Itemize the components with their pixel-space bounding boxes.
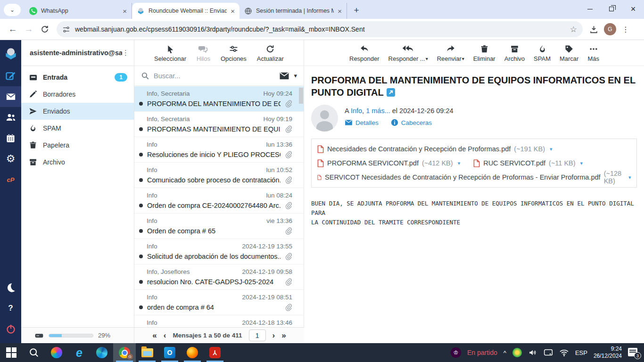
message-row[interactable]: Info, Secretaria Hoy 09:19 PROFORMAS MAN… bbox=[134, 112, 304, 137]
acrobat-icon[interactable]: ⅄ bbox=[204, 343, 226, 362]
message-row[interactable]: Info, Secretaria Hoy 09:24 PROFORMA DEL … bbox=[134, 86, 304, 112]
page-number-input[interactable] bbox=[249, 329, 266, 341]
attachment-name[interactable]: SERVICOT Necesidades de Contratación y R… bbox=[325, 173, 601, 181]
next-page-icon[interactable]: › bbox=[272, 331, 275, 340]
roundcube-logo-icon[interactable] bbox=[0, 42, 21, 66]
outlook-icon[interactable] bbox=[158, 343, 181, 362]
options-button[interactable]: Opciones bbox=[221, 44, 247, 62]
tray-status-text[interactable]: En partido bbox=[467, 349, 497, 356]
attachment-name[interactable]: Necesidades de Contratación y Recepción … bbox=[327, 145, 511, 153]
tray-chevron-up-icon[interactable]: ^ bbox=[504, 349, 506, 356]
attachment-name[interactable]: RUC SERVICOT.pdf bbox=[483, 159, 545, 167]
attachment-menu-icon[interactable]: ▾ bbox=[628, 174, 631, 181]
browser-tab[interactable]: Roundcube Webmail :: Enviados × bbox=[132, 3, 239, 19]
contacts-icon[interactable] bbox=[0, 107, 21, 128]
browser-tab[interactable]: WhatsApp × bbox=[25, 3, 132, 19]
message-row[interactable]: Info lun 08:24 Orden de compra CE-202400… bbox=[134, 188, 304, 214]
copilot-icon[interactable] bbox=[45, 343, 68, 362]
prev-page-icon[interactable]: ‹ bbox=[164, 331, 166, 340]
external-link-icon[interactable] bbox=[387, 88, 395, 97]
compose-icon[interactable] bbox=[0, 66, 21, 86]
account-header[interactable]: asistente-administrativo@sa... ⋮ bbox=[21, 40, 134, 66]
attachment-item[interactable]: RUC SERVICOT.pdf (~11 KB) ▾ bbox=[473, 156, 583, 170]
tab-close-icon[interactable]: × bbox=[231, 8, 235, 15]
reply-all-button[interactable]: Responder ...▾ bbox=[388, 44, 428, 62]
url-text[interactable]: webmail.sanjuan.gob.ec/cpsess6119030916/… bbox=[75, 25, 565, 33]
list-scrollbar[interactable] bbox=[299, 88, 303, 104]
mail-icon[interactable] bbox=[0, 86, 21, 107]
tab-search-button[interactable]: ⌄ bbox=[4, 4, 21, 16]
attachment-item[interactable]: Necesidades de Contratación y Recepción … bbox=[317, 142, 553, 156]
forward-caret-icon[interactable]: ▾ bbox=[462, 56, 464, 61]
new-tab-button[interactable]: + bbox=[350, 4, 363, 17]
dark-mode-moon-icon[interactable] bbox=[0, 277, 21, 298]
clock[interactable]: 9:24 26/12/2024 bbox=[594, 346, 622, 360]
message-row[interactable]: Info 2024-12-19 13:55 Solicitud de aprob… bbox=[134, 239, 304, 264]
help-icon[interactable]: ? bbox=[0, 298, 21, 319]
account-menu-icon[interactable]: ⋮ bbox=[122, 49, 129, 57]
browser-tab[interactable]: Sesión terminada | Informes Me × bbox=[239, 3, 347, 19]
edge-icon[interactable] bbox=[91, 343, 113, 362]
folder-item[interactable]: SPAM bbox=[21, 120, 134, 137]
file-explorer-icon[interactable] bbox=[136, 343, 158, 362]
message-row[interactable]: Info 2024-12-18 13:46 bbox=[134, 315, 304, 327]
select-button[interactable]: Seleccionar bbox=[154, 44, 186, 62]
cast-icon[interactable] bbox=[544, 349, 553, 357]
folder-item[interactable]: Borradores bbox=[21, 86, 134, 103]
cpanel-icon[interactable]: cP bbox=[0, 169, 21, 190]
download-icon[interactable] bbox=[589, 25, 598, 34]
profile-avatar[interactable]: G bbox=[604, 23, 616, 35]
recipient-more-link[interactable]: 1 más... bbox=[366, 107, 390, 115]
wifi-icon[interactable] bbox=[559, 349, 569, 357]
archive-button[interactable]: Archivo bbox=[504, 44, 525, 62]
message-row[interactable]: Info 2024-12-19 08:51 orden de compra # … bbox=[134, 290, 304, 315]
folder-item[interactable]: Entrada 1 bbox=[21, 69, 134, 86]
firefox-icon[interactable] bbox=[181, 343, 204, 362]
attachment-item[interactable]: SERVICOT Necesidades de Contratación y R… bbox=[317, 171, 631, 184]
notification-center-icon[interactable]: 3 bbox=[628, 348, 639, 357]
delete-button[interactable]: Eliminar bbox=[473, 44, 495, 62]
reply-all-caret-icon[interactable]: ▾ bbox=[426, 56, 428, 61]
chrome-icon[interactable]: G bbox=[113, 343, 136, 362]
back-icon[interactable]: ← bbox=[5, 21, 21, 37]
language-indicator[interactable]: ESP bbox=[575, 349, 587, 356]
search-scope-mail-icon[interactable] bbox=[279, 72, 289, 80]
attachment-menu-icon[interactable]: ▾ bbox=[550, 146, 553, 152]
attachment-name[interactable]: PROFORMA SERVICONT.pdf bbox=[327, 159, 419, 167]
last-page-icon[interactable]: » bbox=[281, 331, 286, 340]
forward-button[interactable]: Reenviar▾ bbox=[437, 44, 464, 62]
restore-button[interactable] bbox=[601, 0, 622, 18]
folder-item[interactable]: Archivo bbox=[21, 154, 134, 171]
recipient-info-link[interactable]: Info bbox=[351, 107, 362, 115]
volume-icon[interactable] bbox=[528, 348, 537, 357]
start-button[interactable] bbox=[0, 343, 23, 362]
tab-close-icon[interactable]: × bbox=[338, 8, 342, 15]
details-toggle[interactable]: Detalles bbox=[345, 119, 379, 126]
threads-button[interactable]: Hilos bbox=[197, 44, 210, 62]
antivirus-icon[interactable] bbox=[512, 348, 522, 357]
reload-icon[interactable] bbox=[37, 21, 53, 37]
folder-item[interactable]: Enviados bbox=[21, 103, 134, 120]
internet-explorer-icon[interactable]: e bbox=[68, 343, 91, 362]
mark-button[interactable]: Marcar bbox=[560, 44, 578, 62]
message-row[interactable]: Info lun 10:52 Comunicado sobre proceso … bbox=[134, 163, 304, 188]
search-options-chevron-icon[interactable]: ▾ bbox=[294, 72, 297, 79]
browser-menu-icon[interactable]: ⋮ bbox=[622, 25, 629, 34]
attachment-menu-icon[interactable]: ▾ bbox=[458, 160, 461, 166]
bookmark-star-icon[interactable]: ☆ bbox=[570, 25, 577, 34]
refresh-button[interactable]: Actualizar bbox=[257, 44, 284, 62]
message-row[interactable]: Info lun 13:36 Resoluciones de inicio Y … bbox=[134, 137, 304, 163]
logout-power-icon[interactable] bbox=[0, 319, 21, 339]
first-page-icon[interactable]: « bbox=[152, 331, 157, 340]
reply-button[interactable]: Responder bbox=[349, 44, 380, 62]
site-settings-icon[interactable] bbox=[62, 25, 70, 33]
minimize-button[interactable] bbox=[579, 0, 601, 18]
headers-toggle[interactable]: Cabeceras bbox=[391, 119, 432, 126]
spam-button[interactable]: SPAM bbox=[534, 44, 551, 62]
settings-gear-icon[interactable]: ⚙ bbox=[0, 148, 21, 169]
more-button[interactable]: Más bbox=[587, 44, 599, 62]
url-bar[interactable]: webmail.sanjuan.gob.ec/cpsess6119030916/… bbox=[57, 21, 583, 37]
attachment-menu-icon[interactable]: ▾ bbox=[580, 160, 583, 166]
message-row[interactable]: Info vie 13:36 Orden de compra # 65 bbox=[134, 214, 304, 239]
premier-league-icon[interactable]: ♔ bbox=[451, 347, 461, 358]
